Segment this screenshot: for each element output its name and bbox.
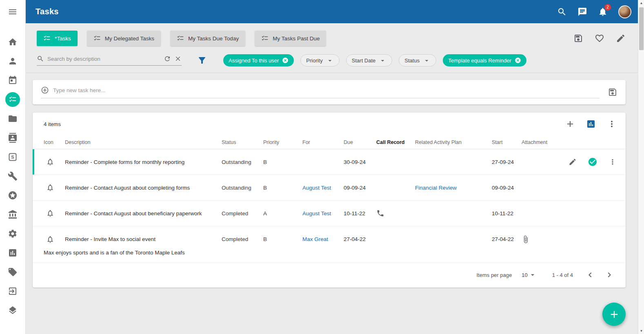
more-kebab-icon[interactable]	[608, 158, 617, 166]
exit-icon[interactable]	[8, 286, 18, 296]
task-start: 27-09-24	[492, 159, 522, 165]
task-description: Reminder - Complete forms for monthly re…	[65, 159, 222, 165]
bank-icon[interactable]	[8, 210, 18, 219]
refresh-icon[interactable]	[164, 55, 171, 62]
filter-chip-priority[interactable]: Priority	[300, 54, 339, 66]
tab-my-tasks-due-today[interactable]: My Tasks Due Today	[170, 31, 245, 46]
add-task-fab[interactable]	[602, 303, 626, 326]
tab-my-delegated-tasks[interactable]: My Delegated Tasks	[87, 31, 161, 46]
task-for-link[interactable]: Max Great	[302, 236, 344, 242]
view-tabs-row: *Tasks My Delegated Tasks My Tasks Due T…	[26, 23, 638, 46]
more-kebab-icon[interactable]	[607, 119, 617, 129]
menu-icon[interactable]	[8, 7, 18, 17]
items-count: 4 items	[44, 121, 61, 127]
filter-chip-start-date[interactable]: Start Date	[346, 54, 393, 66]
bar-chart-icon[interactable]	[8, 248, 18, 258]
remove-filter-icon[interactable]	[282, 57, 289, 64]
next-page-icon[interactable]	[604, 270, 614, 280]
star-circle-icon[interactable]	[8, 190, 18, 200]
s-badge-icon[interactable]	[8, 152, 18, 162]
new-task-line	[41, 86, 600, 98]
chip-label: Start Date	[352, 58, 376, 64]
table-row[interactable]: Reminder - Contact August about benefici…	[33, 201, 626, 226]
tasks-checklist-icon[interactable]	[5, 92, 20, 107]
home-icon[interactable]	[8, 37, 18, 47]
tab-my-tasks-past-due[interactable]: My Tasks Past Due	[255, 31, 326, 46]
tab-label: My Tasks Past Due	[273, 35, 320, 42]
previous-page-icon[interactable]	[585, 270, 595, 280]
chat-icon[interactable]	[577, 7, 587, 17]
filter-chips: Assigned To this user Priority Start Dat…	[223, 54, 526, 66]
save-icon[interactable]	[573, 33, 583, 43]
search-filter-row: Assigned To this user Priority Start Dat…	[26, 46, 638, 66]
column-chart-icon[interactable]	[586, 119, 596, 129]
column-header-attachment[interactable]: Attachment	[522, 139, 558, 145]
tab-label: My Tasks Due Today	[188, 35, 239, 42]
scrollbar-up-icon[interactable]: ▲	[638, 0, 644, 6]
column-header-call-record[interactable]: Call Record	[376, 139, 415, 145]
column-header-description[interactable]: Description	[65, 139, 222, 145]
scrollbar-down-icon[interactable]: ▼	[638, 328, 644, 334]
app-header: Tasks 2	[26, 0, 638, 23]
tab-tasks[interactable]: *Tasks	[37, 31, 78, 46]
table-header-row: Icon Description Status Priority For Due…	[33, 135, 626, 149]
column-header-start[interactable]: Start	[492, 139, 522, 145]
table-row[interactable]: Reminder - Invite Max to social event Co…	[33, 226, 626, 263]
tab-label: My Delegated Tasks	[105, 35, 154, 42]
items-per-page-select[interactable]: 10	[522, 271, 536, 279]
favorite-heart-icon[interactable]	[595, 33, 604, 43]
column-header-related-activity-plan[interactable]: Related Activity Plan	[415, 139, 492, 145]
filter-chip-assigned-to-this-user[interactable]: Assigned To this user	[223, 54, 294, 66]
task-due: 27-04-22	[344, 236, 376, 242]
task-for-link[interactable]: August Test	[302, 210, 344, 217]
table-row[interactable]: Reminder - Contact August about completi…	[33, 175, 626, 201]
new-task-input[interactable]	[53, 87, 600, 93]
search-input[interactable]	[47, 56, 160, 62]
table-row[interactable]: Reminder - Complete forms for monthly re…	[33, 149, 626, 175]
complete-check-circle-icon[interactable]	[588, 157, 597, 167]
filter-chip-template-equals-reminder[interactable]: Template equals Reminder	[443, 54, 526, 66]
add-circle-icon[interactable]	[41, 86, 49, 94]
task-priority: B	[263, 185, 302, 191]
task-related-plan-link[interactable]: Financial Review	[415, 185, 492, 191]
folder-icon[interactable]	[8, 114, 18, 124]
task-start: 09-09-24	[492, 185, 522, 191]
add-plus-icon[interactable]	[565, 119, 575, 129]
settings-gear-icon[interactable]	[8, 229, 18, 239]
attachment-paperclip-icon[interactable]	[522, 235, 558, 243]
filter-funnel-icon[interactable]	[197, 55, 207, 65]
filter-chip-status[interactable]: Status	[399, 54, 436, 66]
clear-x-icon[interactable]	[174, 55, 182, 62]
call-record-phone-icon[interactable]	[376, 209, 415, 217]
page-title: Tasks	[36, 7, 59, 16]
wrench-icon[interactable]	[8, 171, 18, 181]
column-header-status[interactable]: Status	[222, 139, 263, 145]
task-for-link[interactable]: August Test	[302, 185, 344, 191]
view-actions	[573, 33, 626, 43]
chip-label: Status	[404, 58, 420, 64]
column-header-icon[interactable]: Icon	[44, 139, 65, 145]
calendar-icon[interactable]	[8, 75, 18, 85]
task-priority: B	[263, 236, 302, 242]
column-header-for[interactable]: For	[302, 139, 344, 145]
task-status: Outstanding	[222, 185, 263, 191]
edit-pencil-icon[interactable]	[568, 158, 577, 166]
row-actions	[558, 157, 617, 167]
scrollbar-thumb[interactable]	[639, 7, 644, 50]
notifications-bell-icon[interactable]: 2	[598, 7, 608, 17]
tag-icon[interactable]	[8, 267, 18, 277]
column-header-due[interactable]: Due	[344, 139, 376, 145]
remove-filter-icon[interactable]	[515, 57, 521, 64]
edit-pencil-icon[interactable]	[616, 33, 626, 43]
search-icon[interactable]	[557, 7, 567, 17]
left-sidebar	[0, 0, 26, 334]
avatar[interactable]	[618, 5, 631, 18]
scrollbar[interactable]: ▲ ▼	[638, 0, 644, 334]
contacts-icon[interactable]	[8, 133, 18, 143]
column-header-priority[interactable]: Priority	[263, 139, 302, 145]
items-per-page-label: Items per page	[477, 272, 512, 278]
layers-icon[interactable]	[8, 305, 18, 315]
person-icon[interactable]	[8, 56, 18, 66]
save-icon[interactable]	[608, 87, 617, 97]
divider	[26, 73, 638, 73]
